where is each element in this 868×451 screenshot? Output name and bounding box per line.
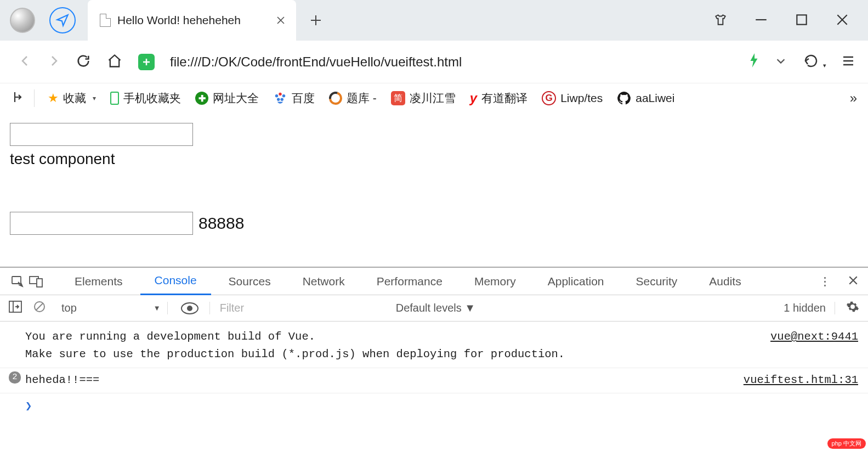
fast-nav-button[interactable] [49,7,76,33]
back-button[interactable] [19,54,32,69]
bookmark-item-2[interactable]: 题库 - [326,88,380,108]
tiku-icon [329,92,342,105]
console-sidebar-toggle[interactable] [9,301,22,315]
jianshu-icon: 简 [391,91,405,105]
phone-icon [110,92,119,105]
360-icon: ✚ [195,92,208,105]
input-2[interactable] [10,212,193,235]
maximize-button[interactable] [795,13,809,29]
test-component-label: test component [10,150,858,168]
log-levels-selector[interactable]: Default levels ▼ [396,302,475,314]
reload-button[interactable] [76,53,91,70]
bookmark-item-6[interactable]: aaLiwei [614,89,678,108]
bookmark-label: 百度 [292,91,315,106]
bookmark-item-1[interactable]: 百度 [270,88,318,108]
star-icon: ★ [48,91,59,105]
svg-rect-8 [12,277,21,284]
bookmark-label: 凌川江雪 [410,91,456,106]
devtools-tab-audits[interactable]: Audits [695,268,755,295]
console-output[interactable]: vue@next:9441 You are running a developm… [0,322,868,419]
minimize-button[interactable] [754,13,768,29]
devtools-tab-performance[interactable]: Performance [362,268,457,295]
home-button[interactable] [106,53,123,70]
svg-point-4 [277,98,280,100]
tab-title: Hello World! heheheheh [117,14,269,27]
bookmarks-bar: ★ 收藏 ▾ 手机收藏夹 ✚ 网址大全 百度 题库 - 简 凌川江雪 y 有道翻… [0,83,868,113]
svg-point-2 [279,93,281,95]
console-toolbar: top ▼ Filter Default levels ▼ 1 hidden [0,295,868,322]
devtools-close-button[interactable] [848,275,858,288]
console-filter-input[interactable]: Filter [209,302,385,314]
address-bar-row: file:///D:/OK/Code/frontEnd/vueHello/vue… [0,41,868,83]
sidebar-toggle-icon[interactable] [12,91,24,106]
lightning-icon[interactable] [748,53,759,71]
source-link[interactable]: vueiftest.html:31 [744,371,858,389]
chevron-down-icon: ▾ [93,94,96,102]
url-text[interactable]: file:///D:/OK/Code/frontEnd/vueHello/vue… [170,54,733,70]
watermark-badge: php 中文网 [827,438,866,449]
bookmark-label: aaLiwei [636,92,674,105]
chevron-down-icon: ▼ [154,304,161,312]
main-menu-button[interactable] [842,54,855,69]
bookmark-item-3[interactable]: 简 凌川江雪 [388,88,459,108]
tshirt-icon[interactable] [713,13,728,29]
context-label: top [61,302,77,314]
page-viewport[interactable]: test component 88888 [0,113,868,267]
live-expression-button[interactable] [181,302,198,314]
bookmark-label: 网址大全 [213,91,259,106]
forward-button[interactable] [47,54,60,69]
mobile-favorites[interactable]: 手机收藏夹 [107,88,184,108]
devtools-tab-memory[interactable]: Memory [460,268,530,295]
inspect-element-button[interactable] [10,274,25,289]
svg-rect-10 [37,279,42,287]
mobile-fav-label: 手机收藏夹 [123,91,181,106]
log-text-line: Make sure to use the production build (*… [25,348,565,360]
browser-tab-active[interactable]: Hello World! heheheheh [88,0,296,41]
security-shield-icon[interactable] [138,54,155,70]
console-message-1: vue@next:9441 You are running a developm… [25,327,858,364]
bookmark-item-0[interactable]: ✚ 网址大全 [192,88,262,108]
devtools-kebab-menu[interactable]: ⋮ [819,275,832,288]
execution-context-selector[interactable]: top ▼ [61,302,168,314]
github-icon [617,91,631,105]
source-link[interactable]: vue@next:9441 [770,328,858,346]
bookmark-label: 有道翻译 [481,91,527,106]
bookmark-item-5[interactable]: G Liwp/tes [538,89,606,108]
bookmarks-overflow-button[interactable]: » [850,91,857,106]
devtools-panel: Elements Console Sources Network Perform… [0,267,868,451]
device-toggle-button[interactable] [29,274,44,289]
bookmark-label: 题库 - [347,91,377,106]
profile-avatar[interactable] [10,8,35,33]
svg-point-1 [275,94,278,97]
console-prompt[interactable]: ❯ [25,396,858,415]
tab-close-button[interactable] [275,15,286,26]
devtools-tab-elements[interactable]: Elements [60,268,137,295]
window-controls [713,13,868,29]
bookmark-item-4[interactable]: y 有道翻译 [467,88,531,108]
page-body: test component 88888 [0,113,868,267]
hidden-messages-label[interactable]: 1 hidden [784,302,835,314]
devtools-tab-network[interactable]: Network [288,268,359,295]
devtools-tab-security[interactable]: Security [621,268,691,295]
svg-point-3 [282,94,285,97]
browser-tab-strip: Hello World! heheheheh [0,0,868,41]
undo-button[interactable] [802,54,820,70]
baidu-icon [273,91,287,105]
svg-point-5 [281,98,283,100]
input-1[interactable] [10,123,193,146]
devtools-tabbar: Elements Console Sources Network Perform… [0,268,868,295]
url-dropdown-button[interactable] [775,55,787,69]
devtools-tab-application[interactable]: Application [534,268,619,295]
devtools-tab-console[interactable]: Console [140,268,211,295]
new-tab-button[interactable] [305,9,327,31]
clear-console-button[interactable] [33,300,46,316]
undo-dropdown-icon[interactable]: ▾ [823,62,826,69]
log-text-line: You are running a development build of V… [25,330,315,343]
value-88888: 88888 [198,214,244,233]
devtools-tab-sources[interactable]: Sources [214,268,285,295]
console-settings-button[interactable] [846,300,859,316]
page-favicon [100,14,111,27]
favorites-menu[interactable]: ★ 收藏 ▾ [44,88,99,108]
gitee-icon: G [542,91,556,105]
close-window-button[interactable] [835,13,849,29]
